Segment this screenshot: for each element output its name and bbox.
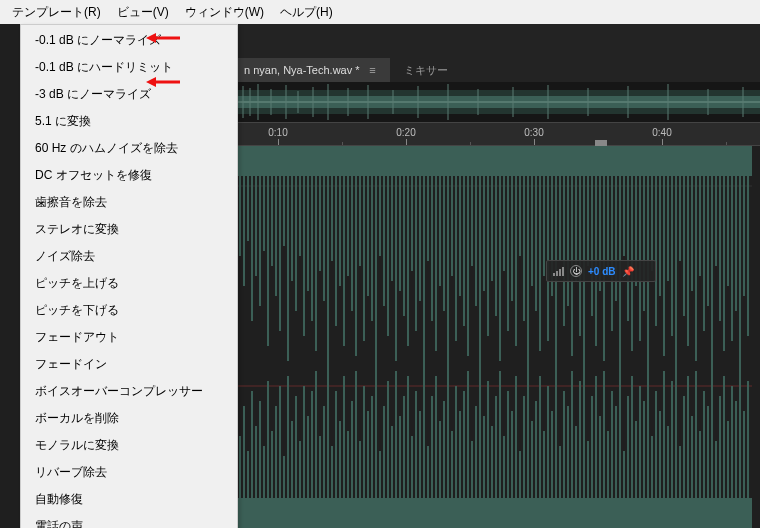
menu-item-repair-dc-offset[interactable]: DC オフセットを修復	[21, 162, 237, 189]
menu-help[interactable]: ヘルプ(H)	[272, 2, 341, 23]
menu-item-deesser[interactable]: 歯擦音を除去	[21, 189, 237, 216]
svg-marker-286	[146, 33, 156, 43]
pin-icon[interactable]: 📌	[622, 266, 634, 277]
menu-item-pitch-up[interactable]: ピッチを上げる	[21, 270, 237, 297]
hamburger-icon[interactable]: ≡	[366, 64, 380, 76]
menu-item-telephone-voice[interactable]: 電話の声	[21, 513, 237, 528]
timeline-ruler[interactable]: 0:10 0:20 0:30 0:40	[238, 122, 760, 146]
annotation-arrow-icon	[146, 74, 182, 90]
menu-item-convert-5-1[interactable]: 5.1 に変換	[21, 108, 237, 135]
waveform-main[interactable]	[238, 146, 752, 528]
menu-item-remove-vocal[interactable]: ボーカルを削除	[21, 405, 237, 432]
menu-item-normalize-3[interactable]: -3 dB にノーマライズ	[21, 81, 237, 108]
ruler-tick-label: 0:10	[268, 127, 287, 138]
level-meter-icon	[553, 266, 564, 276]
hud-readout[interactable]: ⏻ +0 dB 📌	[546, 260, 656, 282]
loop-marker[interactable]	[595, 140, 607, 146]
ruler-tick-label: 0:20	[396, 127, 415, 138]
menu-item-noise-reduction[interactable]: ノイズ除去	[21, 243, 237, 270]
menu-window[interactable]: ウィンドウ(W)	[177, 2, 272, 23]
menu-item-normalize-0-1[interactable]: -0.1 dB にノーマライズ	[21, 27, 237, 54]
annotation-arrow-icon	[146, 30, 182, 46]
menu-item-convert-mono[interactable]: モノラルに変換	[21, 432, 237, 459]
ruler-tick-label: 0:30	[524, 127, 543, 138]
menu-item-dereverb[interactable]: リバーブ除去	[21, 459, 237, 486]
svg-marker-288	[146, 77, 156, 87]
hud-db-value: +0 dB	[588, 266, 616, 277]
tab-mixer[interactable]: ミキサー	[404, 63, 448, 78]
menu-item-voiceover-compressor[interactable]: ボイスオーバーコンプレッサー	[21, 378, 237, 405]
tab-label: n nyan, Nya-Tech.wav *	[244, 64, 360, 76]
menu-item-hardlimit-0-1[interactable]: -0.1 dB にハードリミット	[21, 54, 237, 81]
menu-item-auto-heal[interactable]: 自動修復	[21, 486, 237, 513]
tab-active-file[interactable]: n nyan, Nya-Tech.wav * ≡	[238, 58, 390, 82]
app-header-strip	[238, 24, 760, 58]
tab-bar: n nyan, Nya-Tech.wav * ≡ ミキサー	[238, 58, 760, 82]
menu-view[interactable]: ビュー(V)	[109, 2, 177, 23]
ruler-tick-label: 0:40	[652, 127, 671, 138]
menu-item-remove-60hz-hum[interactable]: 60 Hz のハムノイズを除去	[21, 135, 237, 162]
waveform-overview[interactable]	[238, 82, 760, 122]
power-icon[interactable]: ⏻	[570, 265, 582, 277]
menu-item-fade-out[interactable]: フェードアウト	[21, 324, 237, 351]
templates-dropdown: -0.1 dB にノーマライズ -0.1 dB にハードリミット -3 dB に…	[20, 24, 238, 528]
menu-item-pitch-down[interactable]: ピッチを下げる	[21, 297, 237, 324]
menu-templates[interactable]: テンプレート(R)	[4, 2, 109, 23]
menu-item-fade-in[interactable]: フェードイン	[21, 351, 237, 378]
menu-item-convert-stereo[interactable]: ステレオに変換	[21, 216, 237, 243]
menubar: テンプレート(R) ビュー(V) ウィンドウ(W) ヘルプ(H)	[0, 0, 760, 24]
